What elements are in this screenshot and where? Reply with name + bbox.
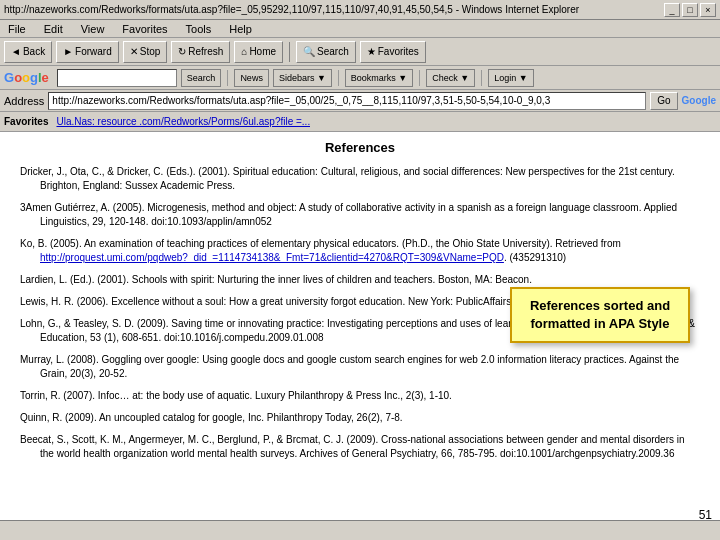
bookmarks-button[interactable]: Bookmarks ▼ — [345, 69, 413, 87]
toolbar: ◄ Back ► Forward ✕ Stop ↻ Refresh ⌂ Home… — [0, 38, 720, 66]
reference-item-7: Murray, L. (2008). Goggling over google:… — [20, 353, 700, 381]
sidebars-button[interactable]: Sidebars ▼ — [273, 69, 332, 87]
home-button[interactable]: ⌂ Home — [234, 41, 283, 63]
page-title: References — [20, 140, 700, 155]
reference-item-8: Torrin, R. (2007). Infoc… at: the body u… — [20, 389, 700, 403]
google-separator2 — [338, 70, 339, 86]
stop-button[interactable]: ✕ Stop — [123, 41, 168, 63]
window-controls[interactable]: _ □ × — [664, 3, 716, 17]
refresh-button[interactable]: ↻ Refresh — [171, 41, 230, 63]
address-bar: Address Go Google — [0, 90, 720, 112]
go-button[interactable]: Go — [650, 92, 677, 110]
google-logo: Google — [4, 70, 49, 85]
address-label: Address — [4, 95, 44, 107]
links-item[interactable]: Ula.Nas: resource .com/Redworks/Porms/6u… — [56, 116, 310, 127]
search-toolbar-button[interactable]: 🔍 Search — [296, 41, 356, 63]
callout-box: References sorted and formatted in APA S… — [510, 287, 690, 343]
page-content: References Dricker, J., Ota, C., & Drick… — [0, 132, 720, 540]
title-bar: http://nazeworks.com/Redworks/formats/ut… — [0, 0, 720, 20]
reference-item-4: Lardien, L. (Ed.). (2001). Schools with … — [20, 273, 700, 287]
maximize-button[interactable]: □ — [682, 3, 698, 17]
menu-bar: File Edit View Favorites Tools Help — [0, 20, 720, 38]
reference-item-1: Dricker, J., Ota, C., & Dricker, C. (Eds… — [20, 165, 700, 193]
reference-item-2: 3Amen Gutiérrez, A. (2005). Microgenesis… — [20, 201, 700, 229]
google-search-input[interactable] — [57, 69, 177, 87]
content-area: References Dricker, J., Ota, C., & Drick… — [0, 132, 720, 540]
minimize-button[interactable]: _ — [664, 3, 680, 17]
google-separator — [227, 70, 228, 86]
reference-item-10: Beecat, S., Scott, K. M., Angermeyer, M.… — [20, 433, 700, 461]
status-bar — [0, 520, 720, 540]
check-button[interactable]: Check ▼ — [426, 69, 475, 87]
window-title: http://nazeworks.com/Redworks/formats/ut… — [4, 4, 664, 15]
menu-tools[interactable]: Tools — [182, 23, 216, 35]
reference-item-3: Ko, B. (2005). An examination of teachin… — [20, 237, 700, 265]
google-separator3 — [419, 70, 420, 86]
login-button[interactable]: Login ▼ — [488, 69, 533, 87]
close-button[interactable]: × — [700, 3, 716, 17]
news-button[interactable]: News — [234, 69, 269, 87]
google-toolbar: Google Search News Sidebars ▼ Bookmarks … — [0, 66, 720, 90]
reference-item-9: Quinn, R. (2009). An uncoupled catalog f… — [20, 411, 700, 425]
toolbar-separator — [289, 42, 290, 62]
menu-edit[interactable]: Edit — [40, 23, 67, 35]
reference-link[interactable]: http://proquest.umi.com/pqdweb?_did_=111… — [40, 252, 504, 263]
back-button[interactable]: ◄ Back — [4, 41, 52, 63]
favorites-toolbar-button[interactable]: ★ Favorites — [360, 41, 426, 63]
google-search-button[interactable]: Search — [181, 69, 222, 87]
forward-button[interactable]: ► Forward — [56, 41, 119, 63]
menu-file[interactable]: File — [4, 23, 30, 35]
callout-text: References sorted and formatted in APA S… — [530, 298, 670, 331]
google-inline-logo: Google — [682, 95, 716, 106]
address-input[interactable] — [48, 92, 646, 110]
google-separator4 — [481, 70, 482, 86]
menu-help[interactable]: Help — [225, 23, 256, 35]
menu-favorites[interactable]: Favorites — [118, 23, 171, 35]
menu-view[interactable]: View — [77, 23, 109, 35]
favorites-label: Favorites — [4, 116, 48, 127]
links-bar: Favorites Ula.Nas: resource .com/Redwork… — [0, 112, 720, 132]
